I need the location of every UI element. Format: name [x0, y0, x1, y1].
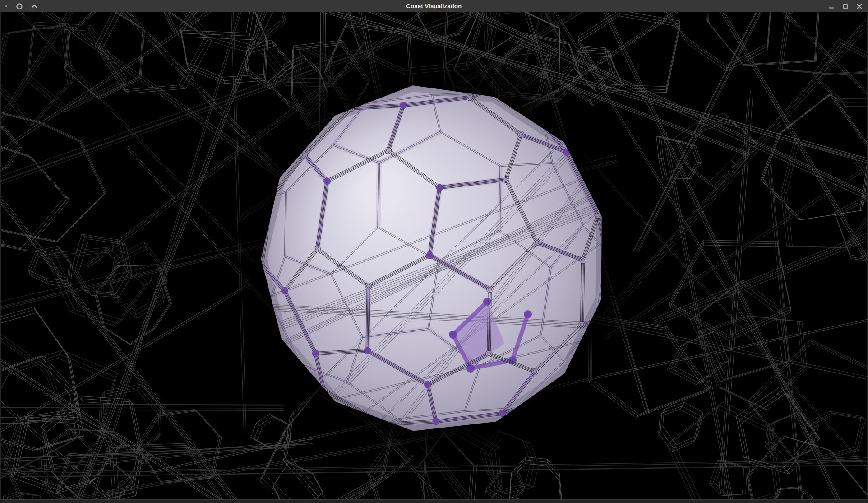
viewport	[0, 12, 868, 499]
bullet-icon[interactable]	[5, 5, 8, 8]
coset-3d-canvas[interactable]	[0, 12, 868, 499]
app-window: Coset Visualization	[0, 0, 868, 503]
window-border-left	[0, 12, 1, 499]
window-title: Coset Visualization	[0, 3, 868, 9]
maximize-button[interactable]	[842, 3, 849, 10]
window-controls	[828, 0, 863, 12]
window-border-bottom	[0, 499, 868, 503]
minimize-button[interactable]	[828, 3, 835, 10]
close-button[interactable]	[856, 3, 863, 10]
chevron-up-icon[interactable]	[31, 3, 38, 10]
circle-icon[interactable]	[16, 3, 23, 10]
titlebar: Coset Visualization	[0, 0, 868, 12]
titlebar-left-icons	[5, 0, 38, 12]
